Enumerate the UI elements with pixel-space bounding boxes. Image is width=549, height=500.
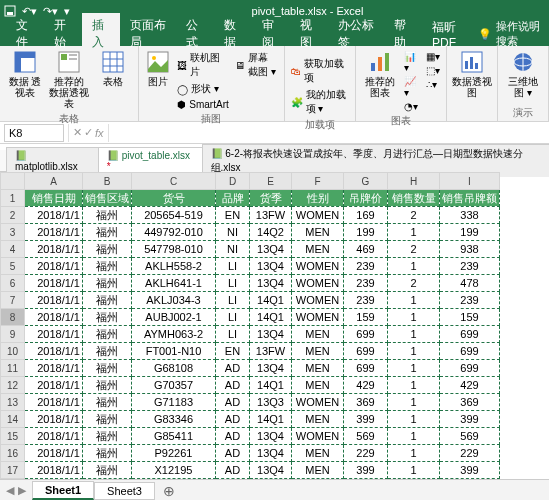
enter-icon[interactable]: ✓ [84,126,93,139]
column-header[interactable]: D [216,173,250,190]
cell[interactable]: AD [216,394,250,411]
cell[interactable]: 13FW [250,343,292,360]
pivotchart-button[interactable]: 数据透视图 [451,48,493,100]
table-header-cell[interactable]: 销售日期 [25,190,83,207]
shapes-button[interactable]: ◯形状 ▾ [175,81,230,97]
cell[interactable]: 2018/1/1 [25,207,83,224]
table-header-cell[interactable]: 性别 [292,190,344,207]
cell[interactable]: EN [216,207,250,224]
row-header[interactable]: 6 [1,275,25,292]
chart-scatter-button[interactable]: ∴▾ [424,78,442,91]
cell[interactable]: LI [216,275,250,292]
cell[interactable]: 14Q1 [250,377,292,394]
cell[interactable]: AYMH063-2 [132,326,216,343]
cell[interactable]: 福州 [83,343,132,360]
cell[interactable]: 13FW [250,207,292,224]
select-all-corner[interactable] [1,173,25,190]
cell[interactable]: 399 [344,411,388,428]
pivottable-button[interactable]: 数据 透视表 [4,48,46,100]
cell[interactable]: 1 [388,462,440,479]
sheet-tab-sheet3[interactable]: Sheet3 [94,482,155,500]
recommended-charts-button[interactable]: 推荐的 图表 [360,48,400,100]
cell[interactable]: 14Q2 [250,224,292,241]
column-header[interactable]: C [132,173,216,190]
table-header-cell[interactable]: 品牌 [216,190,250,207]
my-addins-button[interactable]: 🧩我的加载项 ▾ [289,87,351,117]
cell[interactable]: 239 [344,292,388,309]
cell[interactable]: 399 [440,411,500,428]
cell[interactable]: 福州 [83,411,132,428]
cell[interactable]: 福州 [83,275,132,292]
cell[interactable]: MEN [292,462,344,479]
fx-icon[interactable]: fx [95,127,104,139]
cell[interactable]: AKLH641-1 [132,275,216,292]
cell[interactable]: MEN [292,343,344,360]
table-header-cell[interactable]: 销售数量 [388,190,440,207]
row-header[interactable]: 13 [1,394,25,411]
cell[interactable]: 2018/1/1 [25,360,83,377]
cell[interactable]: 2018/1/1 [25,462,83,479]
cell[interactable]: AD [216,445,250,462]
smartart-button[interactable]: ⬢SmartArt [175,98,230,111]
recommended-pivot-button[interactable]: 推荐的 数据透视表 [48,48,90,111]
screenshot-button[interactable]: 🖥屏幕截图 ▾ [233,50,280,80]
row-header[interactable]: 17 [1,462,25,479]
cell[interactable]: P92261 [132,445,216,462]
cell[interactable]: LI [216,309,250,326]
row-header[interactable]: 2 [1,207,25,224]
cell[interactable]: 199 [440,224,500,241]
row-header[interactable]: 15 [1,428,25,445]
cell[interactable]: 2018/1/1 [25,445,83,462]
cell[interactable]: 14Q1 [250,292,292,309]
column-header[interactable]: E [250,173,292,190]
cell[interactable]: 239 [344,258,388,275]
cell[interactable]: 469 [344,241,388,258]
cell[interactable]: 169 [344,207,388,224]
row-header[interactable]: 1 [1,190,25,207]
cell[interactable]: 福州 [83,445,132,462]
cell[interactable]: X12195 [132,462,216,479]
sheet-nav-prev-icon[interactable]: ◀ [6,484,14,497]
cell[interactable]: 2018/1/1 [25,224,83,241]
cell[interactable]: 13Q4 [250,360,292,377]
cell[interactable]: 1 [388,258,440,275]
cell[interactable]: 福州 [83,241,132,258]
table-button[interactable]: 表格 [92,48,134,89]
cell[interactable]: 福州 [83,292,132,309]
cell[interactable]: MEN [292,224,344,241]
cell[interactable]: 福州 [83,224,132,241]
cell[interactable]: AKLH558-2 [132,258,216,275]
cell[interactable]: 13Q4 [250,258,292,275]
cell[interactable]: 13Q4 [250,275,292,292]
cell[interactable]: 2018/1/1 [25,309,83,326]
column-header[interactable]: I [440,173,500,190]
cell[interactable]: 699 [440,343,500,360]
tell-me-search[interactable]: 💡 操作说明搜索 [478,19,549,49]
column-header[interactable]: B [83,173,132,190]
cell[interactable]: 13Q3 [250,394,292,411]
cell[interactable]: 338 [440,207,500,224]
row-header[interactable]: 7 [1,292,25,309]
cell[interactable]: MEN [292,377,344,394]
chart-pie-button[interactable]: ◔▾ [402,100,422,113]
cell[interactable]: 2018/1/1 [25,394,83,411]
cell[interactable]: WOMEN [292,428,344,445]
cell[interactable]: 229 [440,445,500,462]
cell[interactable]: 13Q4 [250,445,292,462]
cell[interactable]: 2018/1/1 [25,241,83,258]
cell[interactable]: G71183 [132,394,216,411]
cell[interactable]: 1 [388,292,440,309]
workbook-tab[interactable]: 📗 matplotlib.xlsx [6,147,99,174]
cell[interactable]: 699 [440,326,500,343]
cell[interactable]: MEN [292,411,344,428]
chart-line-button[interactable]: 📈▾ [402,75,422,99]
cell[interactable]: LI [216,258,250,275]
get-addins-button[interactable]: 🛍获取加载项 [289,56,351,86]
cell[interactable]: AD [216,428,250,445]
cell[interactable]: 399 [440,462,500,479]
cell[interactable]: 229 [344,445,388,462]
sheet-tab-sheet1[interactable]: Sheet1 [32,481,94,500]
row-header[interactable]: 5 [1,258,25,275]
cell[interactable]: MEN [292,445,344,462]
row-header[interactable]: 8 [1,309,25,326]
